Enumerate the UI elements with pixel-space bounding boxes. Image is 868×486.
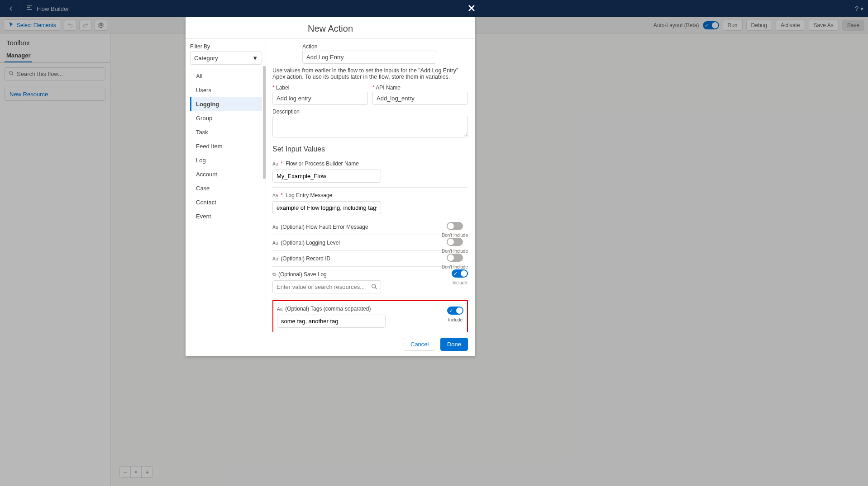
done-button[interactable]: Done [440, 338, 468, 351]
label-label: Label [276, 85, 289, 91]
category-item-feed-item[interactable]: Feed Item [190, 139, 262, 153]
svg-point-2 [372, 284, 376, 288]
input-flow-name-label: Flow or Process Builder Name [286, 160, 359, 167]
search-icon [371, 283, 377, 291]
description-input[interactable] [272, 116, 468, 137]
filter-by-select[interactable]: Category ▼ [190, 52, 262, 65]
input-flow-name[interactable] [272, 170, 381, 183]
input-level-label: (Optional) Logging Level [281, 240, 340, 246]
description-label: Description [272, 109, 468, 115]
input-save[interactable] [272, 280, 381, 293]
modal-content: Action Use values from earlier in the fl… [266, 39, 475, 332]
new-action-modal: New Action Filter By Category ▼ AllUsers… [186, 17, 475, 356]
category-item-log[interactable]: Log [190, 153, 262, 167]
close-icon[interactable] [466, 3, 477, 15]
input-record-label: (Optional) Record ID [281, 255, 330, 262]
api-name-label: API Name [376, 85, 401, 91]
instructions-text: Use values from earlier in the flow to s… [272, 67, 468, 80]
category-item-contact[interactable]: Contact [190, 195, 262, 209]
tags-highlight: Aa (Optional) Tags (comma-separated) Inc… [272, 300, 468, 332]
link-icon: ⧉ [272, 272, 276, 277]
toggle-tags[interactable] [447, 307, 463, 315]
category-item-event[interactable]: Event [190, 209, 262, 223]
toggle-save[interactable] [452, 269, 468, 278]
input-fault-label: (Optional) Flow Fault Error Message [281, 224, 368, 230]
category-scrollbar[interactable] [263, 66, 266, 179]
input-message-label: Log Entry Message [286, 192, 332, 198]
modal-filter-panel: Filter By Category ▼ AllUsersLoggingGrou… [186, 39, 266, 332]
modal-title: New Action [186, 17, 475, 39]
category-item-logging[interactable]: Logging [190, 97, 262, 111]
toggle-record[interactable] [447, 254, 463, 262]
action-label: Action [302, 43, 436, 50]
input-save-label: (Optional) Save Log [278, 271, 327, 278]
api-name-input[interactable] [372, 92, 468, 105]
action-input[interactable] [302, 51, 436, 64]
category-item-all[interactable]: All [190, 69, 262, 83]
modal-footer: Cancel Done [186, 332, 475, 356]
chevron-down-icon: ▼ [252, 55, 258, 61]
category-item-account[interactable]: Account [190, 167, 262, 181]
set-input-values-heading: Set Input Values [272, 145, 468, 153]
category-item-case[interactable]: Case [190, 181, 262, 195]
input-tags[interactable] [277, 315, 386, 328]
filter-by-label: Filter By [190, 43, 262, 50]
input-tags-label: (Optional) Tags (comma-separated) [285, 306, 371, 312]
category-item-task[interactable]: Task [190, 125, 262, 139]
cancel-button[interactable]: Cancel [404, 338, 435, 351]
toggle-fault[interactable] [447, 222, 463, 230]
toggle-level[interactable] [447, 238, 463, 246]
input-message[interactable] [272, 201, 381, 214]
category-item-group[interactable]: Group [190, 111, 262, 125]
category-item-users[interactable]: Users [190, 83, 262, 97]
label-input[interactable] [272, 92, 368, 105]
